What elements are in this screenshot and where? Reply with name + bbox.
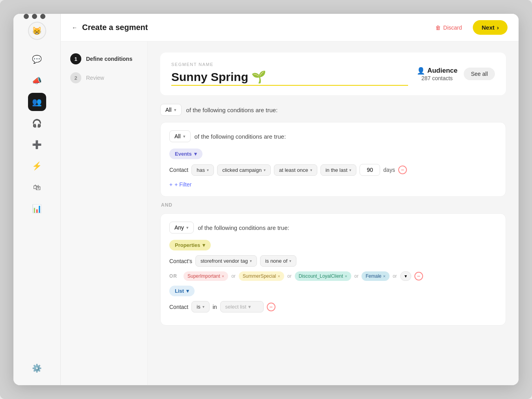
chevron-down-icon: ▾ [202, 305, 204, 309]
sidebar-item-chart[interactable]: 📊 [28, 200, 46, 218]
chevron-down-icon: ▾ [183, 134, 185, 139]
sidebar: 😸 💬 📣 👥 🎧 ➕ ⚡ 🛍 📊 [13, 14, 61, 385]
group2-condition-row-2: Contact is ▾ in select list ▾ [169, 301, 497, 312]
group1-condition-text: of the following conditions are true: [195, 133, 286, 140]
segment-name-input[interactable] [171, 70, 408, 86]
sidebar-item-contacts[interactable]: 👥 [28, 93, 46, 111]
property-dropdown[interactable]: storefront vendor tag ▾ [195, 255, 257, 267]
next-button[interactable]: Next › [473, 20, 508, 35]
plus-icon: + [169, 181, 172, 188]
window-dot-1[interactable] [24, 14, 29, 19]
remove-superintportant[interactable]: × [222, 274, 224, 279]
outer-condition-row: All ▾ of the following conditions are tr… [160, 104, 506, 116]
support-icon: 🎧 [32, 119, 42, 128]
properties-tag[interactable]: Properties ▾ [169, 240, 211, 250]
segment-name-card: SEGMENT NAME 👤 Audience 287 contacts [160, 53, 506, 95]
remove-tags-row-button[interactable]: − [414, 272, 423, 280]
see-all-button[interactable]: See all [464, 68, 495, 80]
chevron-down-icon: ▾ [310, 168, 312, 172]
time-qualifier-dropdown[interactable]: in the last ▾ [320, 164, 357, 176]
chat-icon: 💬 [32, 55, 42, 64]
condition-group-2: Any ▾ of the following conditions are tr… [160, 213, 506, 326]
chevron-down-icon: ▾ [248, 304, 251, 310]
outer-condition-text: of the following conditions are true: [186, 107, 278, 113]
group1-condition-row: Contact has ▾ clicked campaign ▾ [169, 164, 497, 176]
is-dropdown[interactable]: is ▾ [191, 301, 209, 312]
more-tags-button[interactable]: ▾ [400, 271, 411, 281]
remove-list-condition-button[interactable]: − [267, 303, 275, 311]
next-icon: › [497, 24, 499, 31]
chevron-down-icon: ▾ [207, 168, 209, 172]
condition-dropdown[interactable]: is none of ▾ [260, 255, 296, 267]
contact-label: Contact [169, 167, 188, 173]
remove-summerspecial[interactable]: × [278, 274, 280, 279]
discard-icon: 🗑 [435, 24, 441, 31]
page-title: Create a segment [82, 23, 148, 32]
sidebar-item-bag[interactable]: 🛍 [28, 178, 46, 196]
events-tag-chevron: ▾ [194, 151, 197, 157]
contact-label-2: Contact [169, 304, 188, 310]
discard-button[interactable]: 🗑 Discard [429, 21, 468, 34]
megaphone-icon: 📣 [32, 76, 42, 85]
sidebar-item-add[interactable]: ➕ [28, 136, 46, 154]
chart-icon: 📊 [32, 204, 42, 213]
has-dropdown[interactable]: has ▾ [191, 164, 214, 176]
step-1-num: 1 [70, 53, 81, 64]
step-1[interactable]: 1 Define conditions [70, 53, 138, 64]
frequency-dropdown[interactable]: at least once ▾ [274, 164, 317, 176]
events-tag[interactable]: Events ▾ [169, 149, 202, 159]
group2-tags-row: OR SuperImportant × or SummerSpecial × [169, 271, 497, 281]
or-row-label: OR [169, 273, 177, 279]
group1-tag-row: Events ▾ [169, 149, 497, 159]
chevron-down-icon: ▾ [264, 168, 266, 172]
remove-discountloyalclient[interactable]: × [345, 274, 347, 279]
step-2[interactable]: 2 Review [70, 72, 138, 83]
group2-condition-text: of the following conditions are true: [198, 224, 289, 231]
window-dot-2[interactable] [32, 14, 37, 19]
outer-operator-dropdown[interactable]: All ▾ [160, 104, 182, 116]
chevron-down-icon: ▾ [174, 107, 176, 113]
action-dropdown[interactable]: clicked campaign ▾ [217, 164, 271, 176]
group1-operator-dropdown[interactable]: All ▾ [169, 130, 191, 142]
group2-operator-dropdown[interactable]: Any ▾ [169, 222, 194, 233]
and-divider: AND [160, 197, 506, 213]
sidebar-item-chat[interactable]: 💬 [28, 50, 46, 68]
segment-name-label: SEGMENT NAME [171, 62, 408, 67]
step-2-label: Review [86, 75, 104, 81]
window-dot-3[interactable] [40, 14, 45, 19]
list-tag-chevron: ▾ [186, 288, 189, 294]
chevron-down-icon: ▾ [289, 259, 291, 263]
in-label: in [213, 304, 217, 310]
settings-icon: ⚙️ [32, 363, 42, 373]
condition-group-1: All ▾ of the following conditions are tr… [160, 122, 506, 197]
list-tag[interactable]: List ▾ [169, 286, 195, 296]
sidebar-item-megaphone[interactable]: 📣 [28, 72, 46, 90]
chevron-down-icon: ▾ [186, 225, 189, 230]
remove-condition-button[interactable]: − [398, 166, 407, 174]
select-list-dropdown[interactable]: select list ▾ [220, 301, 264, 312]
group2-list-tag-row: List ▾ [169, 286, 497, 296]
back-button[interactable]: ← [72, 24, 77, 31]
audience-title: 👤 Audience [417, 67, 458, 75]
sidebar-item-settings[interactable]: ⚙️ [28, 359, 46, 377]
days-label: days [383, 167, 395, 173]
bag-icon: 🛍 [33, 183, 41, 192]
add-filter-button[interactable]: + + Filter [169, 181, 191, 188]
tag-superintportant: SuperImportant × [184, 271, 228, 281]
days-number-input[interactable] [360, 164, 380, 176]
sidebar-item-bolt[interactable]: ⚡ [28, 157, 46, 175]
remove-female[interactable]: × [383, 274, 386, 279]
contacts-icon: 👥 [32, 97, 42, 107]
group2-properties-tag-row: Properties ▾ [169, 240, 497, 250]
add-icon: ➕ [32, 140, 42, 149]
sidebar-item-support[interactable]: 🎧 [28, 114, 46, 132]
group2-condition-row-1: Contact's storefront vendor tag ▾ is non… [169, 255, 497, 267]
sidebar-logo[interactable]: 😸 [28, 22, 46, 40]
editor: SEGMENT NAME 👤 Audience 287 contacts [148, 41, 519, 385]
audience-icon: 👤 [417, 67, 425, 75]
step-1-label: Define conditions [86, 56, 132, 62]
step-2-num: 2 [70, 72, 81, 83]
steps-sidebar: 1 Define conditions 2 Review [61, 41, 148, 385]
contacts-label: Contact's [169, 258, 192, 264]
audience-count: 287 contacts [417, 75, 458, 81]
